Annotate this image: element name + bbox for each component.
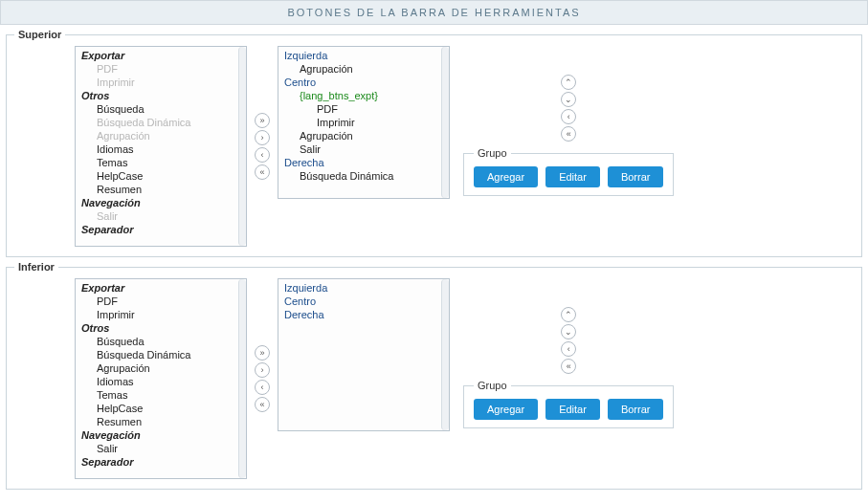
list-group-header: Otros bbox=[79, 321, 242, 335]
position-group[interactable]: Izquierda bbox=[282, 281, 445, 295]
edit-group-button[interactable]: Editar bbox=[545, 399, 600, 420]
list-item[interactable]: Idiomas bbox=[79, 375, 242, 388]
section-inferior-legend: Inferior bbox=[14, 261, 58, 273]
add-group-button[interactable]: Agregar bbox=[474, 166, 538, 187]
list-item[interactable]: Resumen bbox=[79, 183, 242, 196]
position-group[interactable]: Izquierda bbox=[282, 49, 445, 62]
scrollbar[interactable] bbox=[238, 279, 246, 478]
group-box-bottom: Grupo Agregar Editar Borrar bbox=[463, 380, 674, 428]
selected-list-bottom[interactable]: IzquierdaCentroDerecha bbox=[278, 278, 450, 431]
list-item[interactable]: Temas bbox=[79, 156, 242, 169]
position-group[interactable]: Centro bbox=[282, 295, 445, 308]
panel-header: BOTONES DE LA BARRA DE HERRAMIENTAS bbox=[0, 0, 868, 25]
list-item[interactable]: PDF bbox=[79, 295, 242, 308]
list-item[interactable]: Resumen bbox=[79, 415, 242, 428]
list-group-header: Separador bbox=[79, 223, 242, 236]
list-group-header: Exportar bbox=[79, 49, 242, 62]
group-box-top: Grupo Agregar Editar Borrar bbox=[463, 147, 674, 196]
list-item[interactable]: Imprimir bbox=[79, 308, 242, 321]
move-up-icon[interactable]: ⌄ bbox=[561, 92, 576, 107]
edit-group-button[interactable]: Editar bbox=[545, 166, 600, 187]
list-item[interactable]: HelpCase bbox=[79, 169, 242, 183]
scrollbar[interactable] bbox=[441, 279, 449, 430]
list-item[interactable]: Búsqueda Dinámica bbox=[79, 348, 242, 361]
add-group-button[interactable]: Agregar bbox=[474, 399, 538, 420]
add-one-icon[interactable]: › bbox=[255, 362, 270, 378]
transfer-arrows-top: » › ‹ « bbox=[255, 46, 270, 247]
list-item[interactable]: Salir bbox=[79, 209, 242, 223]
move-down-icon[interactable]: ‹ bbox=[561, 341, 576, 357]
list-item[interactable]: Búsqueda Dinámica bbox=[282, 169, 445, 183]
list-item[interactable]: Temas bbox=[79, 388, 242, 402]
list-group-header: Exportar bbox=[79, 281, 242, 295]
delete-group-button[interactable]: Borrar bbox=[608, 166, 664, 187]
available-list-top[interactable]: ExportarPDFImprimirOtrosBúsquedaBúsqueda… bbox=[75, 46, 247, 247]
section-inferior: Inferior ExportarPDFImprimirOtrosBúsqued… bbox=[6, 261, 862, 490]
move-top-icon[interactable]: ⌃ bbox=[561, 75, 576, 90]
group-legend: Grupo bbox=[474, 147, 511, 159]
move-down-icon[interactable]: ‹ bbox=[561, 109, 576, 124]
position-group[interactable]: Derecha bbox=[282, 156, 445, 169]
transfer-arrows-bottom: » › ‹ « bbox=[255, 278, 270, 479]
list-item[interactable]: Agrupación bbox=[79, 361, 242, 375]
remove-all-icon[interactable]: « bbox=[255, 397, 270, 412]
group-legend: Grupo bbox=[474, 380, 511, 391]
list-item[interactable]: Salir bbox=[79, 442, 242, 455]
list-item[interactable]: PDF bbox=[79, 62, 242, 76]
move-up-icon[interactable]: ⌄ bbox=[561, 324, 576, 339]
move-top-icon[interactable]: ⌃ bbox=[561, 307, 576, 322]
list-group-header: Navegación bbox=[79, 428, 242, 442]
order-arrows-top: ⌃ ⌄ ‹ « bbox=[457, 75, 679, 142]
selected-list-top[interactable]: IzquierdaAgrupaciónCentro{lang_btns_expt… bbox=[278, 46, 450, 199]
scrollbar[interactable] bbox=[441, 47, 449, 198]
section-superior: Superior ExportarPDFImprimirOtrosBúsqued… bbox=[6, 29, 862, 257]
remove-all-icon[interactable]: « bbox=[255, 164, 270, 180]
add-all-icon[interactable]: » bbox=[255, 345, 270, 361]
list-item[interactable]: Agrupación bbox=[79, 129, 242, 142]
position-group[interactable]: Centro bbox=[282, 76, 445, 89]
list-subitem[interactable]: PDF bbox=[282, 102, 445, 116]
delete-group-button[interactable]: Borrar bbox=[608, 399, 664, 420]
list-item[interactable]: HelpCase bbox=[79, 402, 242, 415]
add-one-icon[interactable]: › bbox=[255, 130, 270, 145]
list-item[interactable]: Agrupación bbox=[282, 129, 445, 142]
list-group-header: Otros bbox=[79, 89, 242, 102]
list-item[interactable]: Idiomas bbox=[79, 142, 242, 156]
move-bottom-icon[interactable]: « bbox=[561, 126, 576, 142]
list-group-header: Separador bbox=[79, 455, 242, 469]
remove-one-icon[interactable]: ‹ bbox=[255, 147, 270, 163]
order-arrows-bottom: ⌃ ⌄ ‹ « bbox=[457, 307, 679, 374]
scrollbar[interactable] bbox=[238, 47, 246, 246]
position-group[interactable]: Derecha bbox=[282, 308, 445, 321]
section-superior-legend: Superior bbox=[14, 29, 65, 40]
list-group-header: Navegación bbox=[79, 196, 242, 209]
list-item[interactable]: Búsqueda bbox=[79, 102, 242, 116]
remove-one-icon[interactable]: ‹ bbox=[255, 380, 270, 395]
list-item[interactable]: Búsqueda Dinámica bbox=[79, 116, 242, 129]
list-item[interactable]: Búsqueda bbox=[79, 335, 242, 348]
move-bottom-icon[interactable]: « bbox=[561, 359, 576, 374]
available-list-bottom[interactable]: ExportarPDFImprimirOtrosBúsquedaBúsqueda… bbox=[75, 278, 247, 479]
list-item[interactable]: Agrupación bbox=[282, 62, 445, 76]
list-item[interactable]: Salir bbox=[282, 142, 445, 156]
list-subitem[interactable]: Imprimir bbox=[282, 116, 445, 129]
list-item[interactable]: {lang_btns_expt} bbox=[282, 89, 445, 102]
add-all-icon[interactable]: » bbox=[255, 113, 270, 128]
list-item[interactable]: Imprimir bbox=[79, 76, 242, 89]
